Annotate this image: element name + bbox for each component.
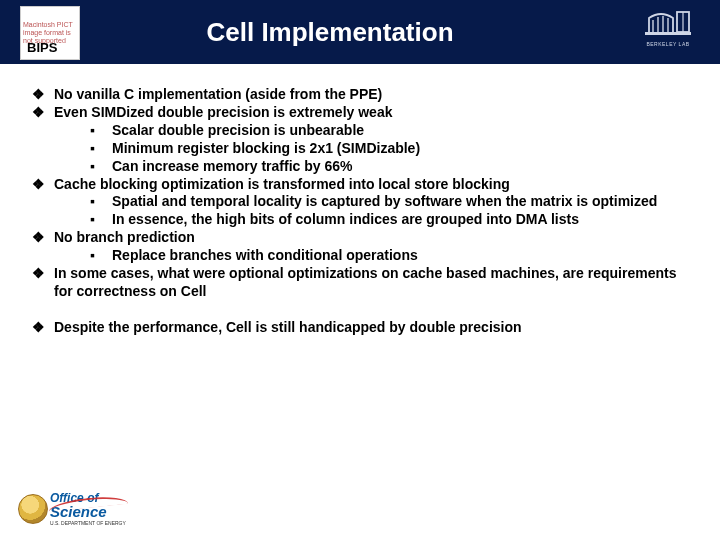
diamond-bullet-icon: ❖ <box>30 319 54 337</box>
bullet-list-1: ❖No vanilla C implementation (aside from… <box>30 86 690 301</box>
list-item-body: In some cases, what were optional optimi… <box>54 265 690 301</box>
list-item: ❖No branch prediction▪Replace branches w… <box>30 229 690 265</box>
diamond-bullet-icon: ❖ <box>30 86 54 104</box>
doe-office-logo: Office of Science U.S. DEPARTMENT OF ENE… <box>18 486 138 532</box>
slide-body: ❖No vanilla C implementation (aside from… <box>0 64 720 337</box>
diamond-bullet-icon: ❖ <box>30 176 54 230</box>
list-item-text: Even SIMDized double precision is extrem… <box>54 104 690 122</box>
sub-list-item: ▪Scalar double precision is unbearable <box>90 122 690 140</box>
list-item-text: No branch prediction <box>54 229 690 247</box>
square-bullet-icon: ▪ <box>90 122 112 140</box>
list-item: ❖In some cases, what were optional optim… <box>30 265 690 301</box>
sub-list-item-text: Replace branches with conditional operat… <box>112 247 690 265</box>
square-bullet-icon: ▪ <box>90 211 112 229</box>
sub-list-item-text: Spatial and temporal locality is capture… <box>112 193 690 211</box>
berkeley-building-icon <box>643 10 693 40</box>
bips-label: BIPS <box>27 41 57 55</box>
sub-list-item-text: In essence, the high bits of column indi… <box>112 211 690 229</box>
list-item-body: No branch prediction▪Replace branches wi… <box>54 229 690 265</box>
list-item-text: In some cases, what were optional optimi… <box>54 265 690 301</box>
list-item-text: No vanilla C implementation (aside from … <box>54 86 690 104</box>
sub-list-item-text: Minimum register blocking is 2x1 (SIMDiz… <box>112 140 690 158</box>
diamond-bullet-icon: ❖ <box>30 229 54 265</box>
list-item: ❖Cache blocking optimization is transfor… <box>30 176 690 230</box>
title-bar: Macintosh PICT image format is not suppo… <box>0 0 720 64</box>
office-line3: U.S. DEPARTMENT OF ENERGY <box>50 521 126 526</box>
slide-title: Cell Implementation <box>0 17 720 48</box>
square-bullet-icon: ▪ <box>90 140 112 158</box>
sub-list-item: ▪Minimum register blocking is 2x1 (SIMDi… <box>90 140 690 158</box>
list-item-text: Cache blocking optimization is transform… <box>54 176 690 194</box>
doe-seal-icon <box>18 494 48 524</box>
bips-logo-box: Macintosh PICT image format is not suppo… <box>20 6 80 60</box>
square-bullet-icon: ▪ <box>90 247 112 265</box>
berkeley-lab-logo: BERKELEY LAB <box>634 10 702 54</box>
list-item: ❖Despite the performance, Cell is still … <box>30 319 690 337</box>
berkeley-lab-label: BERKELEY LAB <box>646 41 689 47</box>
diamond-bullet-icon: ❖ <box>30 104 54 176</box>
diamond-bullet-icon: ❖ <box>30 265 54 301</box>
list-item-body: Despite the performance, Cell is still h… <box>54 319 690 337</box>
bullet-list-2: ❖Despite the performance, Cell is still … <box>30 319 690 337</box>
list-item-body: No vanilla C implementation (aside from … <box>54 86 690 104</box>
sub-list-item: ▪Replace branches with conditional opera… <box>90 247 690 265</box>
sub-list-item: ▪In essence, the high bits of column ind… <box>90 211 690 229</box>
list-item-body: Even SIMDized double precision is extrem… <box>54 104 690 176</box>
sub-list: ▪Scalar double precision is unbearable▪M… <box>54 122 690 176</box>
list-item: ❖No vanilla C implementation (aside from… <box>30 86 690 104</box>
square-bullet-icon: ▪ <box>90 158 112 176</box>
sub-list-item-text: Scalar double precision is unbearable <box>112 122 690 140</box>
sub-list-item-text: Can increase memory traffic by 66% <box>112 158 690 176</box>
list-item-text: Despite the performance, Cell is still h… <box>54 319 690 337</box>
sub-list: ▪Replace branches with conditional opera… <box>54 247 690 265</box>
list-item: ❖Even SIMDized double precision is extre… <box>30 104 690 176</box>
sub-list-item: ▪Can increase memory traffic by 66% <box>90 158 690 176</box>
list-item-body: Cache blocking optimization is transform… <box>54 176 690 230</box>
square-bullet-icon: ▪ <box>90 193 112 211</box>
sub-list: ▪Spatial and temporal locality is captur… <box>54 193 690 229</box>
sub-list-item: ▪Spatial and temporal locality is captur… <box>90 193 690 211</box>
